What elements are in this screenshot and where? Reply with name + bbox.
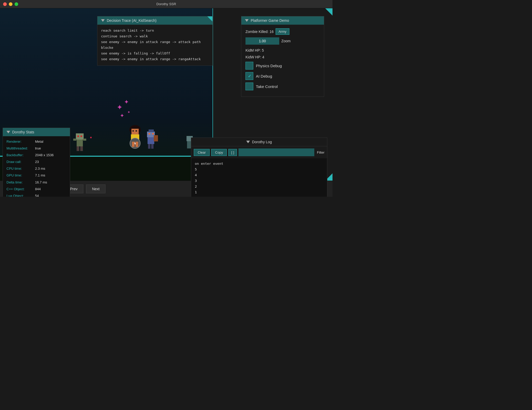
svg-rect-11: [81, 135, 82, 137]
stat-renderer-key: Renderer:: [6, 139, 35, 145]
svg-rect-9: [76, 133, 84, 140]
svg-rect-18: [132, 130, 134, 132]
svg-text:✦: ✦: [124, 99, 129, 105]
stat-bb-val: 2048 x 1536: [35, 152, 54, 158]
svg-rect-25: [148, 136, 154, 144]
collapse-platformer-icon[interactable]: [245, 19, 249, 22]
kidm-hp-row: KidM HP: 5: [245, 48, 320, 52]
stat-gpu-key: GPU time:: [6, 173, 35, 178]
zoom-input[interactable]: [245, 37, 279, 45]
svg-rect-10: [77, 135, 79, 137]
decision-trace-header: Decision Trace (AI_KidSearch): [97, 16, 212, 25]
svg-point-33: [90, 137, 92, 138]
stat-cpu-val: 2.3 ms: [35, 166, 45, 172]
zoom-row: Zoom: [245, 37, 320, 45]
stat-cpu: CPU time: 2.3 ms: [6, 166, 66, 172]
stat-cpp-val: 844: [35, 186, 41, 192]
corner-top-right: [325, 8, 332, 16]
stats-body: Renderer: Metal Multithreaded: true Back…: [3, 136, 70, 197]
ai-debug-row: AI Debug: [245, 72, 320, 80]
zombie-killed-label: Zombie Killed: 16: [245, 30, 274, 34]
decision-line-2: continue search -> walk: [101, 33, 209, 39]
log-panel: Dorothy Log Clear Copy [ ] Filter on ent…: [191, 138, 327, 197]
army-button[interactable]: Army: [276, 28, 289, 35]
titlebar: Dorothy SSR: [0, 0, 332, 8]
kidm-hp-label: KidM HP: 5: [245, 48, 264, 52]
clear-button[interactable]: Clear: [194, 149, 210, 156]
filter-input[interactable]: [238, 148, 314, 156]
stat-bb-key: Backbuffer:: [6, 152, 35, 158]
stat-delta-val: 16.7 ms: [35, 180, 47, 185]
log-line-4: 3: [195, 178, 323, 184]
svg-rect-27: [149, 129, 154, 132]
svg-text:✦: ✦: [117, 104, 122, 111]
stat-lua-obj: Lua Object: 54: [6, 193, 66, 197]
stat-cpp: C++ Object: 844: [6, 186, 66, 192]
svg-rect-19: [136, 130, 137, 132]
collapse-log-icon[interactable]: [246, 141, 250, 143]
stat-lo-key: Lua Object:: [6, 193, 35, 197]
log-line-6: 1: [195, 189, 323, 195]
minimize-button[interactable]: [9, 2, 12, 6]
svg-text:✦: ✦: [120, 113, 124, 118]
log-title: Dorothy Log: [252, 140, 272, 144]
decision-line-3: see enemy -> enemy in attack range -> at…: [101, 39, 209, 51]
maximize-button[interactable]: [15, 2, 18, 6]
corner-decoration: [207, 16, 212, 22]
zoom-label: Zoom: [281, 39, 291, 43]
platformer-body: Zombie Killed: 16 Army Zoom KidM HP: 5 K…: [241, 25, 324, 97]
log-line-2: 5: [195, 167, 323, 172]
log-line-1: on enter event: [195, 161, 323, 167]
zombie-killed-row: Zombie Killed: 16 Army: [245, 28, 320, 35]
stat-renderer-val: Metal: [35, 139, 43, 145]
log-body: on enter event 5 4 3 2 1 Hello World! on…: [191, 158, 327, 197]
collapse-icon[interactable]: [101, 19, 105, 22]
stat-backbuffer: Backbuffer: 2048 x 1536: [6, 152, 66, 158]
stat-dc-val: 23: [35, 159, 39, 165]
close-button[interactable]: [3, 2, 7, 6]
ai-debug-label: AI Debug: [256, 74, 272, 78]
main-area: ✦ ✦ ✦ ✦: [0, 8, 332, 197]
take-control-row: Take Control: [245, 83, 320, 90]
svg-text:✦: ✦: [127, 110, 130, 114]
stat-delta-key: Delta time:: [6, 180, 35, 185]
svg-rect-14: [77, 146, 79, 151]
stat-gpu: GPU time: 7.1 ms: [6, 173, 66, 178]
next-button[interactable]: Next: [86, 184, 105, 193]
platformer-header: Platformer Game Demo: [241, 16, 324, 25]
decision-trace-body: reach search limit -> turn continue sear…: [97, 25, 212, 65]
titlebar-buttons: [3, 2, 18, 6]
decision-line-1: reach search limit -> turn: [101, 28, 209, 33]
svg-rect-28: [149, 133, 150, 134]
stat-cpu-key: CPU time:: [6, 166, 35, 172]
log-header: Dorothy Log: [191, 138, 327, 146]
svg-rect-29: [152, 133, 154, 134]
svg-rect-31: [148, 144, 150, 149]
brackets-button[interactable]: [ ]: [228, 149, 237, 156]
log-line-5: 2: [195, 184, 323, 189]
svg-rect-15: [80, 146, 83, 151]
platformer-title: Platformer Game Demo: [251, 18, 289, 23]
physics-debug-toggle[interactable]: [245, 62, 253, 70]
decision-trace-title: Decision Trace (AI_KidSearch): [107, 18, 156, 23]
log-toolbar: Clear Copy [ ] Filter: [191, 146, 327, 158]
take-control-toggle[interactable]: [245, 83, 253, 90]
stats-panel: Dorothy Stats Renderer: Metal Multithrea…: [3, 128, 70, 197]
platformer-panel: Platformer Game Demo Zombie Killed: 16 A…: [241, 16, 324, 97]
physics-debug-label: Physics Debug: [256, 64, 282, 68]
log-line-7: Hello World!: [195, 195, 323, 197]
physics-debug-row: Physics Debug: [245, 62, 320, 70]
stat-mt-key: Multithreaded:: [6, 146, 35, 151]
filter-label: Filter: [317, 151, 324, 154]
ai-debug-toggle[interactable]: [245, 72, 253, 80]
stat-gpu-val: 7.1 ms: [35, 173, 45, 178]
stat-lo-val: 54: [35, 193, 39, 197]
svg-rect-23: [132, 142, 135, 147]
stat-mt-val: true: [35, 146, 41, 151]
copy-button[interactable]: Copy: [211, 149, 227, 156]
kidw-hp-row: KidW HP: 4: [245, 55, 320, 59]
log-line-3: 4: [195, 172, 323, 178]
stat-delta: Delta time: 16.7 ms: [6, 180, 66, 185]
decision-line-4: see enemy -> is falling -> fallOff: [101, 51, 209, 56]
collapse-stats-icon[interactable]: [6, 131, 10, 133]
